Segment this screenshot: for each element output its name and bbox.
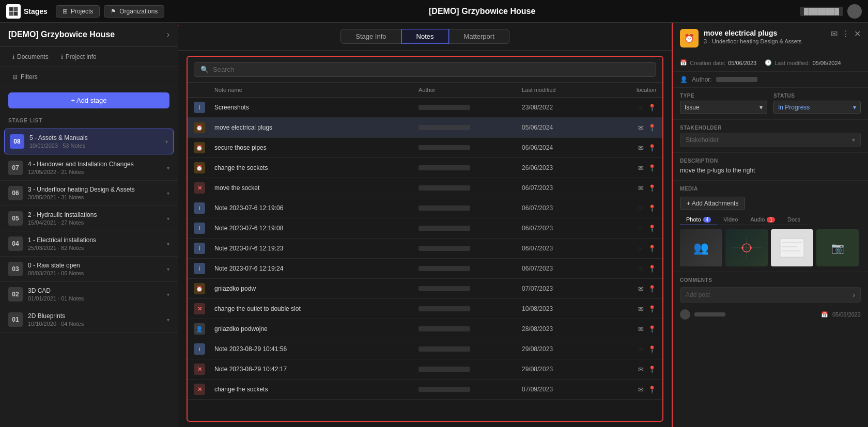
author-blur <box>419 125 470 130</box>
stage-item-05[interactable]: 05 2 - Hydraulic installations 15/04/202… <box>0 206 178 231</box>
sidebar-collapse-button[interactable]: › <box>167 30 169 39</box>
note-icon: ⏰ <box>194 283 205 294</box>
note-icon: ⏰ <box>194 162 205 173</box>
pin-icon: 📍 <box>648 386 656 393</box>
stage-item-01[interactable]: 01 2D Blueprints 10/10/2020 · 04 Notes ▾ <box>0 307 178 333</box>
calendar-icon: 📅 <box>680 59 687 66</box>
email-icon: ✉ <box>638 184 644 192</box>
table-row[interactable]: ⏰ secure those pipes 06/06/2024 ✉ 📍 <box>188 138 662 158</box>
table-row[interactable]: i Note 2023-07-6 12:19:06 06/07/2023 ✉ 📍 <box>188 198 662 218</box>
add-stage-button[interactable]: + Add stage <box>8 92 169 108</box>
search-bar: 🔍 <box>188 57 662 83</box>
media-badge: 1 <box>767 217 775 223</box>
note-date: 28/08/2023 <box>522 325 605 333</box>
close-icon[interactable]: ✕ <box>854 29 861 39</box>
media-thumb-3[interactable] <box>771 229 813 266</box>
media-tab-photo[interactable]: Photo4 <box>680 214 717 225</box>
comment-send-icon[interactable]: › <box>853 291 855 299</box>
project-info-tab[interactable]: ℹ Project info <box>57 51 101 62</box>
search-input[interactable] <box>213 66 649 73</box>
author-label: Author: <box>692 76 712 83</box>
stage-item-04[interactable]: 04 1 - Electrical installations 25/03/20… <box>0 231 178 257</box>
table-row[interactable]: ⏰ gniazdko podw 07/07/2023 ✉ 📍 <box>188 279 662 299</box>
author-blur <box>419 145 470 150</box>
table-row[interactable]: i Screenshots 23/08/2022 ✉ 📍 <box>188 98 662 118</box>
stage-item-03[interactable]: 03 0 - Raw state open 08/03/2021 · 06 No… <box>0 257 178 282</box>
stage-item-02[interactable]: 02 3D CAD 01/01/2021 · 01 Notes ▾ <box>0 282 178 307</box>
table-row[interactable]: i Note 2023-07-6 12:19:23 06/07/2023 ✉ 📍 <box>188 239 662 259</box>
table-row[interactable]: i Note 2023-07-6 12:19:24 06/07/2023 ✉ 📍 <box>188 259 662 279</box>
type-select[interactable]: Issue ▾ <box>680 101 767 114</box>
media-tab-label: Photo <box>686 216 701 223</box>
stage-info: 3 - Underfloor heating Design & Assets 3… <box>28 186 162 200</box>
table-row[interactable]: i Note 2023-07-6 12:19:08 06/07/2023 ✉ 📍 <box>188 218 662 239</box>
email-icon: ✉ <box>638 164 644 172</box>
status-select[interactable]: In Progress ▾ <box>773 101 861 114</box>
documents-tab[interactable]: ℹ Documents <box>8 51 53 62</box>
note-type-icon: ⏰ <box>680 29 699 48</box>
note-author <box>419 205 522 211</box>
stage-meta: 01/01/2021 · 01 Notes <box>28 295 162 302</box>
media-tab-video[interactable]: Video <box>717 214 744 225</box>
status-chevron-icon: ▾ <box>853 104 856 111</box>
note-date: 29/08/2023 <box>522 345 605 353</box>
note-icon: ✕ <box>194 363 205 375</box>
note-name: move the socket <box>214 184 419 192</box>
stage-chevron-icon: ▾ <box>167 191 169 196</box>
organizations-button[interactable]: ⚑ Organizations <box>104 5 164 18</box>
email-icon: ✉ <box>638 265 644 273</box>
stage-item-07[interactable]: 07 4 - Handover and Installation Changes… <box>0 155 178 181</box>
more-options-icon[interactable]: ⋮ <box>842 29 850 39</box>
stage-item-06[interactable]: 06 3 - Underfloor heating Design & Asset… <box>0 181 178 206</box>
table-row[interactable]: 👤 gniazdko podwojne 28/08/2023 ✉ 📍 <box>188 319 662 339</box>
app-logo: Stages <box>6 4 48 19</box>
media-tab-audio[interactable]: Audio1 <box>744 214 781 225</box>
table-row[interactable]: ⏰ change the sockets 26/06/2023 ✉ 📍 <box>188 158 662 178</box>
table-row[interactable]: i Note 2023-08-29 10:41:56 29/08/2023 ✉ … <box>188 339 662 359</box>
stage-meta: 12/05/2022 · 21 Notes <box>28 169 162 175</box>
media-tab-docs[interactable]: Docs <box>781 214 807 225</box>
stage-info: 5 - Assets & Manuals 10/01/2023 · 53 Not… <box>29 134 160 149</box>
filters-button[interactable]: ⊟ Filters <box>8 71 169 83</box>
tab-stage-info[interactable]: Stage Info <box>340 29 401 44</box>
tab-notes[interactable]: Notes <box>401 29 449 44</box>
pin-icon: 📍 <box>648 204 656 212</box>
projects-button[interactable]: ⊞ Projects <box>56 5 100 18</box>
note-name: gniazdko podw <box>214 285 419 292</box>
email-action-icon[interactable]: ✉ <box>831 29 838 39</box>
note-name: change the outlet to double slot <box>214 305 419 312</box>
note-actions: ✉ 📍 <box>605 305 656 313</box>
comment-footer: 📅 05/06/2023 <box>680 306 861 320</box>
note-author <box>419 266 522 271</box>
stakeholder-label: STAKEHOLDER <box>680 125 861 131</box>
media-thumb-2[interactable] <box>725 229 768 266</box>
table-row[interactable]: ✕ move the socket 06/07/2023 ✉ 📍 <box>188 178 662 198</box>
add-attachments-label: + Add Attachments <box>687 200 738 207</box>
note-icon: i <box>194 202 205 214</box>
creation-label: Creation date: <box>690 60 725 66</box>
email-icon: ✉ <box>638 204 644 212</box>
note-actions: ✉ 📍 <box>605 184 656 192</box>
search-input-wrap[interactable]: 🔍 <box>194 62 656 77</box>
table-row[interactable]: ✕ change the sockets 07/09/2023 ✉ 📍 <box>188 379 662 400</box>
nav-right: ████████ <box>800 4 862 19</box>
add-attachments-button[interactable]: + Add Attachments <box>680 197 745 210</box>
email-icon: ✉ <box>638 325 644 333</box>
comments-label: COMMENTS <box>680 277 861 283</box>
stage-item-08[interactable]: 08 5 - Assets & Manuals 10/01/2023 · 53 … <box>4 129 174 154</box>
comment-input[interactable] <box>686 291 848 298</box>
table-row[interactable]: ✕ change the outlet to double slot 10/08… <box>188 299 662 319</box>
email-icon: ✉ <box>638 245 644 252</box>
note-icon: i <box>194 102 205 113</box>
media-tab-label: Docs <box>787 216 800 223</box>
projects-icon: ⊞ <box>63 8 68 15</box>
svg-point-8 <box>750 247 752 249</box>
table-row[interactable]: ✕ Note 2023-08-29 10:42:17 29/08/2023 ✉ … <box>188 359 662 379</box>
media-thumb-4[interactable]: 📷 <box>816 229 859 266</box>
email-icon: ✉ <box>638 305 644 313</box>
media-thumb-1[interactable]: 👥 <box>680 229 722 266</box>
tab-matterport[interactable]: Matterport <box>449 29 509 44</box>
stakeholder-select[interactable]: Stakeholder ▾ <box>680 133 861 147</box>
table-row[interactable]: ⏰ move electrical plugs 05/06/2024 ✉ 📍 <box>188 118 662 138</box>
note-date: 06/07/2023 <box>522 245 605 252</box>
